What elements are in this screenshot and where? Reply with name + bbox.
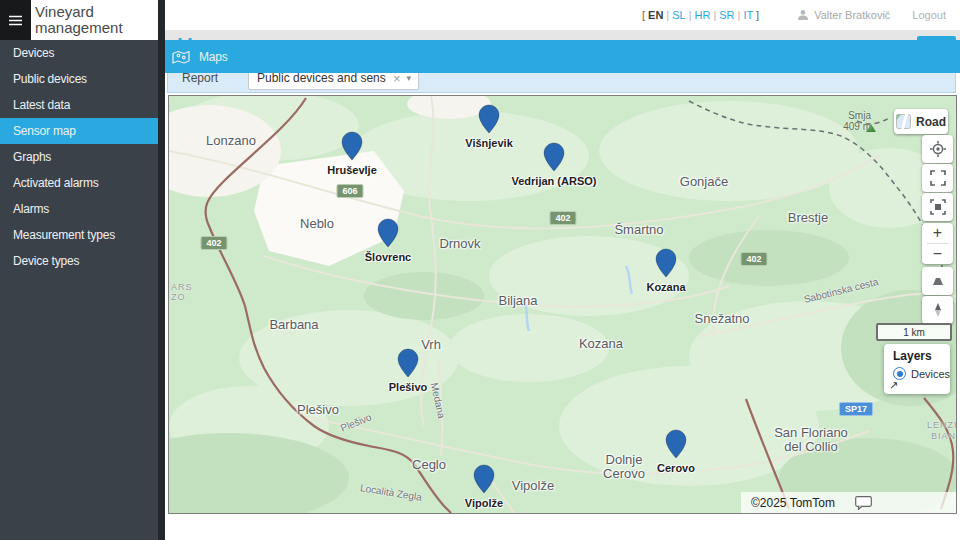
partial-label-ars: ARS bbox=[171, 282, 193, 292]
sidebar-item-public-devices[interactable]: Public devices bbox=[0, 66, 158, 92]
sidebar-item-label: Maps bbox=[199, 50, 228, 64]
language-separator: | bbox=[713, 9, 716, 21]
map-scale-label: 1 km bbox=[903, 327, 925, 338]
hamburger-menu-icon[interactable] bbox=[0, 0, 31, 40]
sidebar-item-label: Activated alarms bbox=[13, 176, 99, 190]
language-separator: | bbox=[666, 9, 669, 21]
center-map-button[interactable] bbox=[922, 193, 953, 221]
town-label-gonja-e: Gonjače bbox=[634, 175, 774, 189]
app-title-line1: Vineyard bbox=[35, 4, 158, 20]
map-pin-label-cerovo: Cerovo bbox=[611, 462, 741, 474]
pitch-button[interactable] bbox=[922, 267, 953, 295]
sidebar-scroll-strip[interactable] bbox=[158, 0, 165, 540]
language-link-hr[interactable]: HR bbox=[695, 9, 711, 21]
town-label-drnovk: Drnovk bbox=[390, 237, 530, 251]
town-label-sne-atno: Snežatno bbox=[652, 312, 792, 326]
locate-button[interactable] bbox=[922, 135, 953, 163]
sidebar-item-graphs[interactable]: Graphs bbox=[0, 144, 158, 170]
town-label-martno: Šmartno bbox=[569, 223, 709, 237]
sidebar-header: Vineyard management bbox=[0, 0, 158, 40]
town-label-brestje: Brestje bbox=[738, 211, 878, 225]
map-pin-label-ple-ivo: Plešivo bbox=[343, 381, 473, 393]
partial-label-bianco: BIANCO bbox=[931, 431, 957, 441]
language-link-it[interactable]: IT bbox=[743, 9, 753, 21]
sidebar-item-label: Alarms bbox=[13, 202, 49, 216]
chevron-down-icon[interactable]: ▾ bbox=[406, 73, 418, 83]
map-pin-hru-evlje[interactable] bbox=[341, 131, 363, 161]
app-title-line2: management bbox=[35, 20, 158, 36]
fullscreen-icon bbox=[930, 170, 946, 186]
main-area: [ EN|SL|HR|SR|IT ] Valter Bratkovič Logo… bbox=[165, 0, 960, 540]
sidebar-item-label: Latest data bbox=[13, 98, 70, 112]
map-style-button[interactable]: Road bbox=[894, 109, 948, 134]
sidebar-item-maps[interactable]: Maps bbox=[165, 40, 960, 73]
user-name: Valter Bratkovič bbox=[814, 9, 890, 21]
center-map-icon bbox=[930, 199, 946, 215]
language-switcher: [ EN|SL|HR|SR|IT ] bbox=[642, 9, 759, 21]
map-pin-vedrijan-arso[interactable] bbox=[543, 142, 565, 172]
sidebar-item-device-types[interactable]: Device types bbox=[0, 248, 158, 274]
sidebar-item-measurement-types[interactable]: Measurement types bbox=[0, 222, 158, 248]
pitch-icon bbox=[930, 273, 946, 289]
layers-expand-icon[interactable]: ↗ bbox=[889, 379, 898, 392]
feedback-bubble-icon[interactable] bbox=[855, 496, 949, 510]
user-icon bbox=[797, 9, 809, 21]
user-block[interactable]: Valter Bratkovič bbox=[797, 9, 890, 21]
map-pin-label-vi-njevik: Višnjevik bbox=[424, 137, 554, 149]
locate-icon bbox=[929, 140, 947, 158]
road-shield-402: 402 bbox=[200, 236, 227, 250]
sidebar-item-label: Graphs bbox=[13, 150, 51, 164]
sidebar-menu: DashboardWork orders‹Supplier records‹Re… bbox=[0, 40, 158, 540]
road-shield-402: 402 bbox=[549, 211, 576, 225]
map-pin-label-kozana: Kozana bbox=[601, 281, 731, 293]
map-pin-kozana[interactable] bbox=[655, 248, 677, 278]
road-shield-402: 402 bbox=[740, 252, 767, 266]
map-pin-cerovo[interactable] bbox=[665, 429, 687, 459]
sidebar: Vineyard management DashboardWork orders… bbox=[0, 0, 158, 540]
town-label-barbana: Barbana bbox=[224, 318, 364, 332]
sidebar-item-sensor-map[interactable]: Sensor map bbox=[0, 118, 158, 144]
road-style-icon bbox=[896, 114, 911, 129]
language-separator: | bbox=[689, 9, 692, 21]
sidebar-item-devices[interactable]: Devices bbox=[0, 40, 158, 66]
logout-link[interactable]: Logout bbox=[912, 9, 946, 21]
town-label-biljana: Biljana bbox=[448, 294, 588, 308]
sidebar-item-label: Device types bbox=[13, 254, 79, 268]
peak-label: Smja409 m bbox=[821, 110, 871, 132]
zoom-out-button[interactable]: − bbox=[922, 244, 953, 264]
map-pin-label-lovrenc: Šlovrenc bbox=[323, 251, 453, 263]
zoom-in-button[interactable]: + bbox=[922, 223, 953, 243]
language-link-sr[interactable]: SR bbox=[719, 9, 734, 21]
layers-title: Layers bbox=[893, 349, 950, 363]
sidebar-item-activated-alarms[interactable]: Activated alarms bbox=[0, 170, 158, 196]
map-pin-label-vipol-e: Vipolže bbox=[419, 497, 549, 509]
language-link-en[interactable]: EN bbox=[648, 9, 663, 21]
top-bar: [ EN|SL|HR|SR|IT ] Valter Bratkovič Logo… bbox=[165, 0, 960, 30]
map-pin-ple-ivo[interactable] bbox=[397, 348, 419, 378]
map-pin-vi-njevik[interactable] bbox=[478, 104, 500, 134]
sidebar-item-label: Measurement types bbox=[13, 228, 115, 242]
zoom-controls: + − bbox=[922, 223, 953, 264]
compass-button[interactable] bbox=[922, 296, 953, 324]
map-pin-lovrenc[interactable] bbox=[377, 218, 399, 248]
map[interactable]: LonzanoNebloDrnovkGonjačeŠmartnoBrestjeB… bbox=[168, 95, 957, 514]
map-pin-label-vedrijan-arso: Vedrijan (ARSO) bbox=[489, 175, 619, 187]
layer-option-label: Devices bbox=[911, 368, 950, 380]
copyright-bar: ©2025 TomTom bbox=[741, 492, 956, 513]
road-shield-sp17: SP17 bbox=[839, 402, 873, 416]
layers-panel: Layers Devices ↗ bbox=[884, 344, 950, 394]
partial-label-zo: ZO bbox=[171, 292, 186, 302]
copyright-text: ©2025 TomTom bbox=[751, 496, 845, 510]
sidebar-item-alarms[interactable]: Alarms bbox=[0, 196, 158, 222]
sidebar-item-label: Public devices bbox=[13, 72, 87, 86]
map-pin-vipol-e[interactable] bbox=[473, 464, 495, 494]
maps-icon bbox=[169, 46, 192, 68]
language-bracket: ] bbox=[753, 9, 759, 21]
layer-option-devices[interactable]: Devices bbox=[893, 367, 950, 380]
town-label-neblo: Neblo bbox=[247, 217, 387, 231]
fullscreen-button[interactable] bbox=[922, 164, 953, 192]
sidebar-item-latest-data[interactable]: Latest data bbox=[0, 92, 158, 118]
language-link-sl[interactable]: SL bbox=[672, 9, 685, 21]
map-style-label: Road bbox=[916, 115, 946, 129]
compass-icon bbox=[930, 302, 946, 318]
